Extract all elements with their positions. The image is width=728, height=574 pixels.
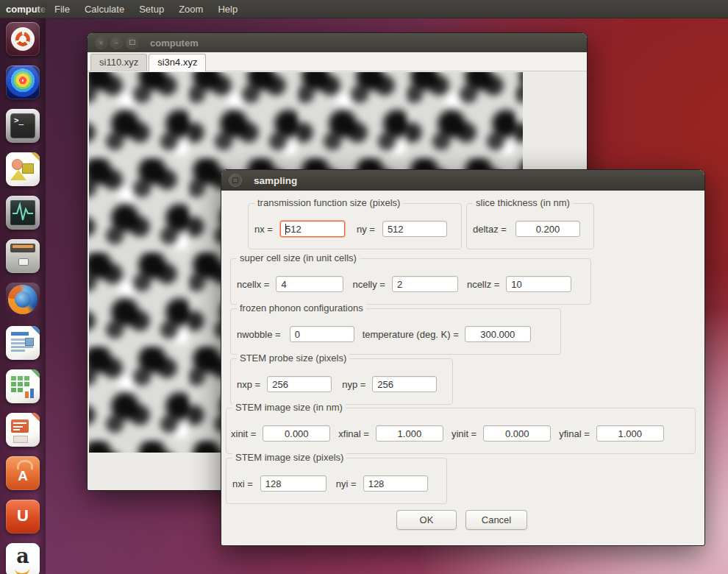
- launcher-dock: >_: [0, 18, 46, 574]
- minimize-button[interactable]: −: [110, 37, 123, 49]
- ok-button[interactable]: OK: [396, 510, 457, 530]
- close-button[interactable]: ×: [95, 37, 107, 49]
- writer-title-line-icon: [11, 332, 29, 336]
- deltaz-input[interactable]: [515, 221, 580, 237]
- group-legend: frozen phonon configurations: [237, 302, 366, 313]
- dock-item-ubuntu-one[interactable]: U: [6, 500, 40, 534]
- tab-si3n4[interactable]: si3n4.xyz: [149, 54, 206, 71]
- group-super-cell-size: super cell size (in unit cells) ncellx =…: [230, 258, 591, 305]
- nwobble-label: nwobble =: [237, 329, 281, 340]
- nxi-input[interactable]: [260, 475, 326, 492]
- sampling-dialog: sampling transmission function size (pix…: [221, 169, 705, 546]
- dock-item-libreoffice-calc[interactable]: [6, 369, 40, 403]
- group-transmission-size: transmission function size (pixels) nx =…: [248, 203, 462, 249]
- group-legend: STEM image size (pixels): [232, 452, 346, 463]
- drawer-handle-icon: [18, 258, 29, 266]
- text-caret: [285, 224, 286, 235]
- calc-chart-bar-icon: [25, 391, 29, 398]
- nx-input[interactable]: [280, 221, 345, 237]
- ncellx-input[interactable]: [276, 276, 343, 292]
- tab-si110[interactable]: si110.xyz: [90, 54, 147, 71]
- ny-label: ny =: [357, 224, 375, 235]
- maximize-button[interactable]: [126, 37, 138, 49]
- group-legend: STEM probe size (pixels): [237, 352, 349, 364]
- xinit-input[interactable]: [263, 425, 330, 442]
- dock-item-libreoffice-draw[interactable]: [6, 152, 40, 186]
- xfinal-label: xfinal =: [338, 428, 369, 439]
- dock-item-computem[interactable]: [6, 65, 40, 99]
- firefox-fox-icon: [8, 285, 38, 314]
- group-frozen-phonon: frozen phonon configurations nwobble = t…: [230, 308, 561, 355]
- page-fold-icon: [31, 326, 40, 335]
- dock-item-system-monitor[interactable]: [6, 196, 40, 230]
- ncelly-label: ncelly =: [352, 279, 385, 290]
- dock-item-terminal[interactable]: >_: [6, 109, 40, 143]
- menu-calculate[interactable]: Calculate: [77, 4, 132, 15]
- draw-circle-icon: [12, 159, 23, 170]
- terminal-icon: >_: [10, 113, 35, 138]
- group-legend: slice thickness (in nm): [473, 197, 573, 208]
- yfinal-label: yfinal =: [559, 428, 590, 439]
- menu-help[interactable]: Help: [210, 4, 245, 15]
- nyp-input[interactable]: [372, 376, 437, 392]
- dock-item-dash-home[interactable]: [6, 22, 40, 56]
- ncellz-label: ncellz =: [467, 279, 499, 290]
- calc-chart-bar-icon: [30, 389, 34, 398]
- draw-triangle-icon: [10, 170, 26, 180]
- maximize-icon: [129, 40, 135, 45]
- menu-zoom[interactable]: Zoom: [171, 4, 210, 15]
- temperature-label: temperature (deg. K) =: [363, 329, 459, 340]
- tab-strip: si110.xyz si3n4.xyz: [88, 52, 587, 71]
- page-fold-icon: [31, 152, 40, 161]
- dock-item-amazon[interactable]: a: [6, 543, 40, 574]
- nxi-label: nxi =: [232, 478, 253, 489]
- computem-titlebar[interactable]: × − computem: [88, 33, 587, 52]
- dock-item-software-center[interactable]: A: [6, 456, 40, 490]
- nx-label: nx =: [254, 224, 273, 235]
- group-legend: super cell size (in unit cells): [237, 252, 360, 263]
- group-stem-image-size-px: STEM image size (pixels) nxi = nyi =: [226, 458, 447, 504]
- drawer-slot-icon: [10, 244, 35, 252]
- dock-item-libreoffice-writer[interactable]: [6, 326, 40, 360]
- xinit-label: xinit =: [231, 428, 256, 439]
- global-menubar: computem File Calculate Setup Zoom Help: [0, 0, 728, 18]
- software-center-icon: A: [6, 468, 40, 484]
- dock-item-firefox[interactable]: [6, 283, 40, 316]
- amazon-icon: a: [6, 545, 40, 567]
- nyi-input[interactable]: [363, 475, 428, 492]
- dialog-title: sampling: [254, 175, 297, 186]
- ubuntu-one-icon: U: [6, 506, 40, 525]
- yinit-label: yinit =: [452, 428, 477, 439]
- window-menu-button[interactable]: [229, 174, 242, 187]
- menu-file[interactable]: File: [47, 4, 77, 15]
- ncellx-label: ncellx =: [237, 279, 269, 290]
- menubar-app-name: computem: [6, 4, 47, 15]
- temperature-input[interactable]: [465, 326, 531, 342]
- nxp-input[interactable]: [267, 376, 332, 392]
- nyp-label: nyp =: [342, 379, 365, 390]
- nyi-label: nyi =: [336, 478, 357, 489]
- xfinal-input[interactable]: [376, 425, 443, 442]
- dock-item-file-archive[interactable]: [6, 239, 40, 273]
- window-title: computem: [150, 38, 199, 49]
- dock-item-libreoffice-impress[interactable]: [6, 413, 40, 447]
- ubuntu-ring-icon: [15, 32, 30, 46]
- cancel-button[interactable]: Cancel: [465, 510, 527, 530]
- amazon-smile-icon: [15, 567, 31, 574]
- dialog-titlebar[interactable]: sampling: [221, 170, 704, 191]
- ncelly-input[interactable]: [392, 276, 458, 292]
- group-stem-image-size-nm: STEM image size (in nm) xinit = xfinal =…: [226, 408, 696, 454]
- yfinal-input[interactable]: [596, 425, 664, 442]
- nxp-label: nxp =: [237, 379, 260, 390]
- page-fold-icon: [31, 413, 40, 422]
- ncellz-input[interactable]: [506, 276, 571, 292]
- impress-chart-icon: [13, 436, 28, 443]
- ny-input[interactable]: [382, 221, 447, 237]
- menu-setup[interactable]: Setup: [132, 4, 171, 15]
- group-slice-thickness: slice thickness (in nm) deltaz =: [466, 203, 594, 249]
- page-fold-icon: [31, 369, 40, 378]
- nwobble-input[interactable]: [290, 326, 354, 342]
- yinit-input[interactable]: [483, 425, 551, 442]
- group-legend: transmission function size (pixels): [254, 197, 403, 208]
- group-legend: STEM image size (in nm): [232, 402, 346, 413]
